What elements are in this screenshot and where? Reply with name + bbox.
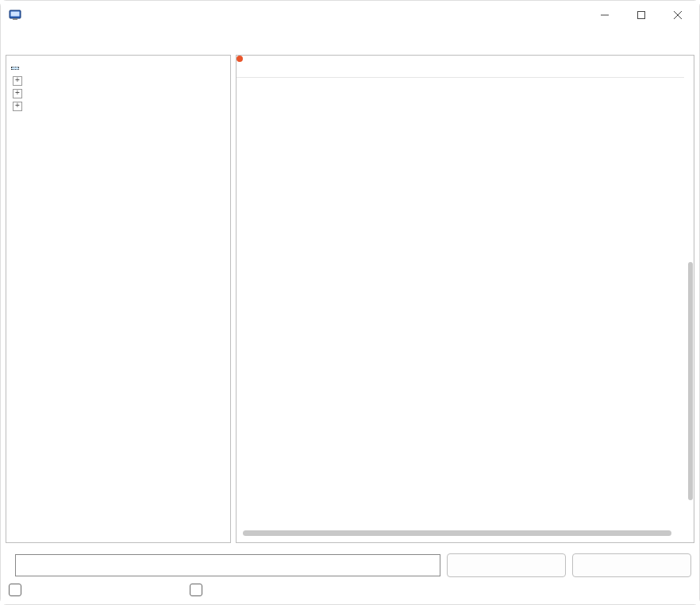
find-what-input[interactable] <box>15 554 440 576</box>
tree-panel <box>6 55 231 543</box>
svg-rect-1 <box>11 12 20 17</box>
close-button[interactable] <box>660 2 696 28</box>
window-controls <box>587 2 696 28</box>
maximize-button[interactable] <box>623 2 660 28</box>
main-area <box>1 50 699 548</box>
find-bar <box>1 548 699 604</box>
expand-icon[interactable] <box>13 102 22 111</box>
find-button[interactable] <box>447 553 566 577</box>
svg-rect-2 <box>13 18 17 20</box>
app-icon <box>9 8 23 22</box>
menu-edit[interactable] <box>25 38 40 41</box>
details-panel <box>236 55 694 543</box>
menu-help[interactable] <box>63 38 79 41</box>
details-rows <box>237 78 684 526</box>
vertical-scrollbar-thumb[interactable] <box>688 262 693 500</box>
close-find-button[interactable] <box>572 553 691 577</box>
minimize-button[interactable] <box>587 2 623 28</box>
horizontal-scrollbar-thumb[interactable] <box>243 530 671 536</box>
column-header-item[interactable] <box>237 56 430 77</box>
expand-icon[interactable] <box>13 89 22 98</box>
tree-item-software-environment[interactable] <box>11 100 225 113</box>
system-information-window <box>0 0 700 605</box>
checkbox-icon <box>190 584 202 596</box>
titlebar <box>1 1 699 29</box>
tree-item-components[interactable] <box>11 87 225 100</box>
tree-root[interactable] <box>11 67 19 70</box>
horizontal-scrollbar[interactable] <box>243 528 678 539</box>
search-category-names-checkbox[interactable] <box>190 584 207 596</box>
column-header-value[interactable] <box>430 56 684 77</box>
checkbox-icon <box>9 584 21 596</box>
menu-view[interactable] <box>44 38 60 41</box>
search-selected-category-checkbox[interactable] <box>9 584 26 596</box>
expand-icon[interactable] <box>13 76 22 86</box>
svg-rect-4 <box>638 12 645 19</box>
column-headers <box>237 56 684 78</box>
menu-file[interactable] <box>6 38 21 41</box>
tree-item-hardware-resources[interactable] <box>11 75 225 87</box>
menubar <box>1 29 699 50</box>
